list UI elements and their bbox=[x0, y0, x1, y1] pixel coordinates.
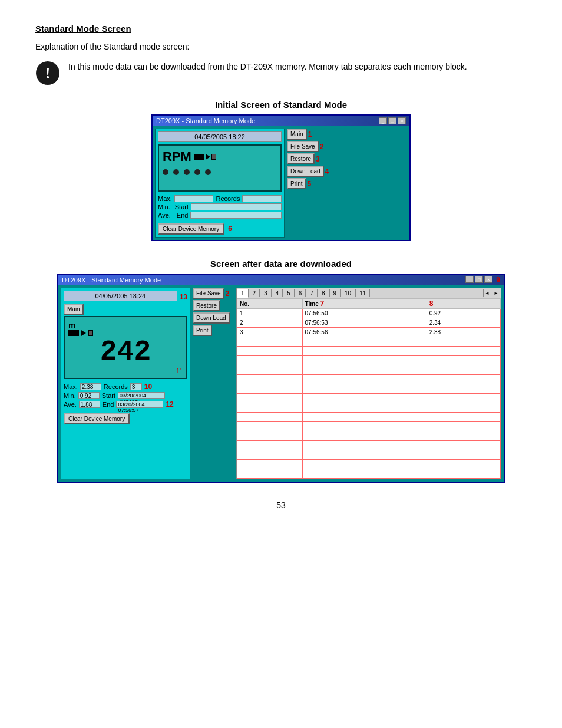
initial-window: DT209X - Standard Memory Mode _ □ × 04/0… bbox=[151, 114, 411, 241]
downloaded-app-window: DT209X - Standard Memory Mode _ □ × 9 04… bbox=[57, 274, 505, 483]
filesave-btn-downloaded[interactable]: File Save bbox=[193, 288, 224, 299]
rpm-label: RPM bbox=[163, 149, 277, 164]
end-val: 03/20/2004 07:56:57 bbox=[116, 401, 163, 408]
filesave-btn-row: File Save 2 bbox=[287, 141, 328, 152]
restore-btn-row: Restore 3 bbox=[287, 153, 328, 164]
filesave-btn-initial[interactable]: File Save bbox=[287, 141, 319, 152]
dl-ave-label: Ave. bbox=[64, 401, 77, 408]
table-row-empty bbox=[237, 375, 501, 384]
window-controls: _ □ × bbox=[379, 117, 406, 124]
print-btn-row: Print 5 bbox=[287, 178, 328, 189]
downloaded-date: 04/05/2005 18:24 bbox=[64, 291, 177, 301]
restore-btn-initial[interactable]: Restore bbox=[287, 153, 315, 164]
download-btn-initial[interactable]: Down Load bbox=[287, 166, 324, 177]
maximize-btn[interactable]: □ bbox=[388, 117, 396, 124]
data-table: No. Time 7 8 1 07:56:50 bbox=[237, 298, 501, 479]
main-btn-downloaded[interactable]: Main bbox=[64, 304, 84, 315]
close-btn[interactable]: × bbox=[398, 117, 406, 124]
dl-download-row: Down Load bbox=[193, 312, 234, 324]
cell-val-3: 2.38 bbox=[427, 328, 500, 337]
dl-print-row: Print bbox=[193, 325, 234, 336]
cell-val-2: 2.34 bbox=[427, 318, 500, 328]
col-no-header: No. bbox=[237, 299, 303, 309]
initial-window-body: 04/05/2005 18:22 RPM bbox=[153, 126, 409, 240]
callout-10: 10 bbox=[144, 383, 152, 391]
downloaded-window: DT209X - Standard Memory Mode _ □ × 9 04… bbox=[57, 274, 505, 483]
tab-1[interactable]: 1 bbox=[237, 289, 249, 298]
page-title: Standard Mode Screen bbox=[35, 24, 527, 34]
col-val-header: 8 bbox=[427, 299, 500, 309]
print-btn-initial[interactable]: Print bbox=[287, 178, 306, 189]
table-row-empty bbox=[237, 431, 501, 441]
initial-stats: Max. Records Min. Start Ave. End bbox=[158, 195, 282, 235]
callout-13: 13 bbox=[180, 293, 187, 301]
table-row-empty bbox=[237, 347, 501, 356]
main-btn-row: Main 1 bbox=[287, 129, 328, 140]
big-number: 242 bbox=[68, 336, 183, 368]
cell-time-1: 07:56:50 bbox=[302, 309, 427, 318]
initial-device-panel: 04/05/2005 18:22 RPM bbox=[155, 129, 285, 238]
tab-2[interactable]: 2 bbox=[249, 289, 260, 297]
downloaded-date-row: 04/05/2005 18:24 13 bbox=[64, 291, 187, 304]
clear-btn-downloaded-row: Clear Device Memory bbox=[64, 411, 187, 424]
tab-prev-btn[interactable]: ◄ bbox=[483, 289, 491, 297]
callout-2: 2 bbox=[320, 143, 324, 151]
print-btn-downloaded[interactable]: Print bbox=[193, 325, 212, 336]
clear-device-memory-btn-downloaded[interactable]: Clear Device Memory bbox=[64, 413, 130, 424]
initial-section-title: Initial Screen of Standard Mode bbox=[35, 100, 527, 110]
downloaded-device-panel: 04/05/2005 18:24 13 Main m 242 11 bbox=[61, 288, 190, 479]
main-btn-initial[interactable]: Main bbox=[287, 129, 307, 140]
tab-next-btn[interactable]: ► bbox=[492, 289, 500, 297]
table-row-empty bbox=[237, 450, 501, 460]
downloaded-buttons-panel: File Save 2 Restore Down Load Print bbox=[193, 288, 234, 479]
table-row-empty bbox=[237, 356, 501, 365]
start-val: 03/20/2004 07:56:46 bbox=[118, 392, 165, 399]
rpm-display: RPM bbox=[158, 144, 282, 192]
dl-maximize-btn[interactable]: □ bbox=[475, 276, 483, 283]
cell-no-3: 3 bbox=[237, 328, 303, 337]
dl-close-btn[interactable]: × bbox=[484, 276, 492, 283]
dl-filesave-row: File Save 2 bbox=[193, 288, 234, 299]
downloaded-title-text: DT209X - Standard Memory Mode bbox=[62, 276, 161, 284]
minimize-btn[interactable]: _ bbox=[379, 117, 387, 124]
dl-min-label: Min. bbox=[64, 392, 76, 399]
cell-time-3: 07:56:56 bbox=[302, 328, 427, 337]
rpm-dots bbox=[163, 169, 277, 175]
page-number: 53 bbox=[35, 500, 527, 510]
dl-minimize-btn[interactable]: _ bbox=[465, 276, 474, 283]
downloaded-stats: Max. 2.38 Records 3 10 Min. 0.92 Start 0… bbox=[64, 383, 187, 424]
callout-11-inner: 11 bbox=[68, 368, 183, 374]
tab-11[interactable]: 11 bbox=[355, 289, 370, 297]
dl-records-label: Records bbox=[104, 383, 128, 390]
tab-3[interactable]: 3 bbox=[260, 289, 272, 297]
callout-9: 9 bbox=[496, 276, 500, 284]
initial-title-text: DT209X - Standard Memory Mode bbox=[156, 117, 255, 124]
callout-8: 8 bbox=[429, 299, 434, 308]
table-row-empty bbox=[237, 413, 501, 422]
records-val: 3 bbox=[130, 383, 142, 390]
tab-4[interactable]: 4 bbox=[272, 289, 283, 297]
restore-btn-downloaded[interactable]: Restore bbox=[193, 300, 220, 311]
downloaded-window-controls: _ □ × 9 bbox=[465, 276, 500, 284]
tab-8[interactable]: 8 bbox=[318, 289, 329, 297]
clear-device-memory-btn-initial[interactable]: Clear Device Memory bbox=[158, 223, 224, 235]
cell-val-1: 0.92 bbox=[427, 309, 500, 318]
table-row: 3 07:56:56 2.38 bbox=[237, 328, 501, 337]
dl-start-label: Start bbox=[102, 392, 115, 399]
tab-5[interactable]: 5 bbox=[283, 289, 295, 297]
table-row-empty bbox=[237, 365, 501, 375]
max-label: Max. bbox=[158, 195, 172, 202]
tab-6[interactable]: 6 bbox=[295, 289, 306, 297]
warning-icon: ! bbox=[35, 61, 60, 85]
cell-no-1: 1 bbox=[237, 309, 303, 318]
initial-date: 04/05/2005 18:22 bbox=[158, 131, 282, 142]
tab-9[interactable]: 9 bbox=[329, 289, 341, 297]
table-body: 1 07:56:50 0.92 2 07:56:53 2.34 3 07:56:… bbox=[237, 309, 501, 479]
tab-7[interactable]: 7 bbox=[306, 289, 318, 297]
ave-val: 1.88 bbox=[79, 401, 100, 408]
max-val: 2.38 bbox=[80, 383, 101, 390]
tab-10[interactable]: 10 bbox=[340, 289, 355, 297]
dl-restore-row: Restore bbox=[193, 300, 234, 311]
download-btn-downloaded[interactable]: Down Load bbox=[193, 312, 230, 324]
min-row: Min. 0.92 Start 03/20/2004 07:56:46 bbox=[64, 392, 187, 399]
